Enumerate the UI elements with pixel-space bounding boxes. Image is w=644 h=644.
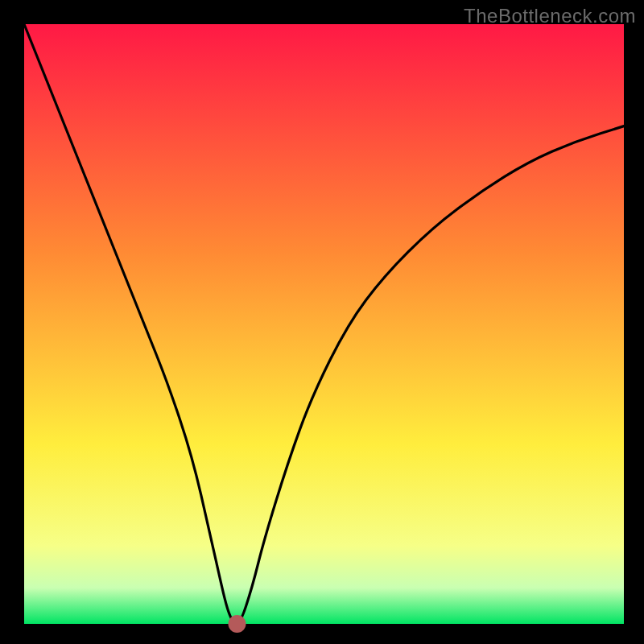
chart-frame: TheBottleneck.com [0, 0, 644, 644]
optimum-marker [228, 615, 246, 633]
chart-svg [0, 0, 644, 644]
plot-area [24, 24, 624, 624]
watermark-text: TheBottleneck.com [464, 5, 636, 27]
